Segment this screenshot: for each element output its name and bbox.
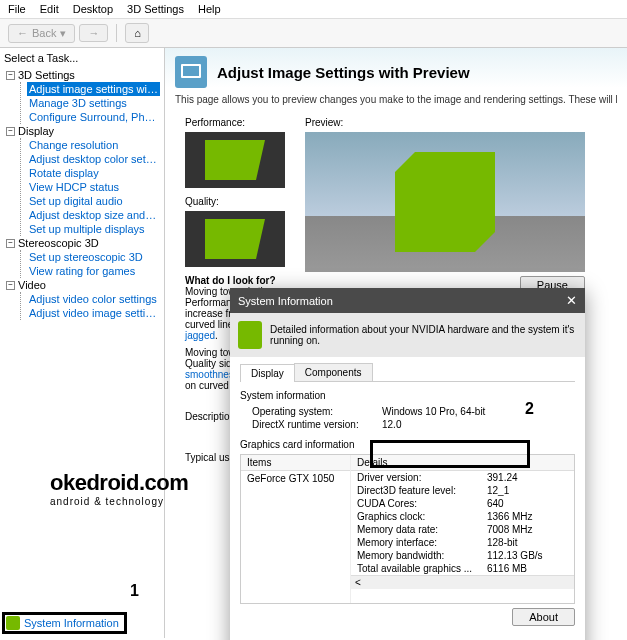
collapse-icon[interactable]: − bbox=[6, 127, 15, 136]
tree-item[interactable]: Adjust video color settings bbox=[27, 292, 160, 306]
detail-val: 6116 MB bbox=[487, 563, 527, 574]
page-description: This page allows you to preview changes … bbox=[175, 94, 617, 105]
gpu-name[interactable]: GeForce GTX 1050 bbox=[241, 471, 350, 486]
nvidia-icon bbox=[6, 616, 20, 630]
tree-item[interactable]: Adjust video image settings bbox=[27, 306, 160, 320]
sidebar: Select a Task... − 3D SettingsAdjust ima… bbox=[0, 48, 165, 638]
dialog-banner-text: Detailed information about your NVIDIA h… bbox=[270, 324, 577, 346]
menu-help[interactable]: Help bbox=[198, 3, 221, 15]
tree-item[interactable]: Change resolution bbox=[27, 138, 160, 152]
menu-desktop[interactable]: Desktop bbox=[73, 3, 113, 15]
collapse-icon[interactable]: − bbox=[6, 281, 15, 290]
menu-3d[interactable]: 3D Settings bbox=[127, 3, 184, 15]
tree-group-video[interactable]: − Video bbox=[6, 278, 160, 292]
tree-item[interactable]: View rating for games bbox=[27, 264, 160, 278]
kv-key: Operating system: bbox=[252, 406, 382, 417]
tree-item[interactable]: Set up digital audio bbox=[27, 194, 160, 208]
detail-key: Total available graphics ... bbox=[357, 563, 487, 574]
menu-edit[interactable]: Edit bbox=[40, 3, 59, 15]
chevron-down-icon: ▾ bbox=[60, 27, 66, 40]
home-icon: ⌂ bbox=[134, 27, 141, 39]
tree-group-stereoscopic-3d[interactable]: − Stereoscopic 3D bbox=[6, 236, 160, 250]
tree-item[interactable]: Adjust desktop color settings bbox=[27, 152, 160, 166]
detail-key: Graphics clock: bbox=[357, 511, 487, 522]
arrow-right-icon: → bbox=[88, 27, 99, 39]
nvidia-logo-3d bbox=[395, 152, 495, 252]
tree-item[interactable]: Adjust image settings with preview bbox=[27, 82, 160, 96]
system-information-link[interactable]: System Information bbox=[6, 616, 119, 630]
toolbar: ← Back ▾ → ⌂ bbox=[0, 19, 627, 48]
dialog-titlebar[interactable]: System Information ✕ bbox=[230, 288, 585, 313]
quality-thumb[interactable] bbox=[185, 211, 285, 267]
page-title: Adjust Image Settings with Preview bbox=[217, 64, 470, 81]
detail-val: 128-bit bbox=[487, 537, 518, 548]
tree-group-display[interactable]: − Display bbox=[6, 124, 160, 138]
tree-item[interactable]: Set up stereoscopic 3D bbox=[27, 250, 160, 264]
gfx-info-title: Graphics card information bbox=[240, 439, 575, 450]
kv-key: DirectX runtime version: bbox=[252, 419, 382, 430]
performance-thumb[interactable] bbox=[185, 132, 285, 188]
tab-display[interactable]: Display bbox=[240, 364, 295, 382]
tree-item[interactable]: Adjust desktop size and position bbox=[27, 208, 160, 222]
kv-val: Windows 10 Pro, 64-bit bbox=[382, 406, 485, 417]
kv-val: 12.0 bbox=[382, 419, 401, 430]
page-icon bbox=[175, 56, 207, 88]
items-header: Items bbox=[241, 455, 350, 471]
tab-components[interactable]: Components bbox=[294, 363, 373, 381]
tree-item[interactable]: Configure Surround, PhysX bbox=[27, 110, 160, 124]
detail-val: 7008 MHz bbox=[487, 524, 533, 535]
detail-key: Memory bandwidth: bbox=[357, 550, 487, 561]
watermark: okedroid.com android & technology bbox=[50, 470, 188, 507]
forward-button[interactable]: → bbox=[79, 24, 108, 42]
detail-key: Driver version: bbox=[357, 472, 487, 483]
tree-item[interactable]: Manage 3D settings bbox=[27, 96, 160, 110]
collapse-icon[interactable]: − bbox=[6, 71, 15, 80]
preview-label: Preview: bbox=[305, 117, 585, 128]
detail-val: 640 bbox=[487, 498, 504, 509]
nvidia-icon bbox=[238, 321, 262, 349]
svg-rect-1 bbox=[183, 66, 199, 76]
tree-item[interactable]: Rotate display bbox=[27, 166, 160, 180]
detail-val: 12_1 bbox=[487, 485, 509, 496]
detail-val: 1366 MHz bbox=[487, 511, 533, 522]
arrow-left-icon: ← bbox=[17, 27, 28, 39]
preview-3d bbox=[305, 132, 585, 272]
detail-key: Direct3D feature level: bbox=[357, 485, 487, 496]
detail-key: Memory interface: bbox=[357, 537, 487, 548]
annotation-num-2: 2 bbox=[525, 400, 534, 418]
task-label: Select a Task... bbox=[4, 52, 160, 64]
close-icon[interactable]: ✕ bbox=[566, 293, 577, 308]
tree-item[interactable]: Set up multiple displays bbox=[27, 222, 160, 236]
detail-key: Memory data rate: bbox=[357, 524, 487, 535]
quality-label: Quality: bbox=[185, 196, 295, 207]
what-title: What do I look for? bbox=[185, 275, 276, 286]
annotation-num-1: 1 bbox=[130, 582, 139, 600]
home-button[interactable]: ⌂ bbox=[125, 23, 149, 43]
collapse-icon[interactable]: − bbox=[6, 239, 15, 248]
system-information-dialog: System Information ✕ Detailed informatio… bbox=[230, 288, 585, 640]
performance-label: Performance: bbox=[185, 117, 295, 128]
detail-val: 391.24 bbox=[487, 472, 518, 483]
scrollbar-horizontal[interactable]: < bbox=[351, 575, 574, 589]
details-header: Details bbox=[351, 455, 574, 471]
menu-file[interactable]: File bbox=[8, 3, 26, 15]
back-button[interactable]: ← Back ▾ bbox=[8, 24, 75, 43]
tree-group-3d-settings[interactable]: − 3D Settings bbox=[6, 68, 160, 82]
about-button[interactable]: About bbox=[512, 608, 575, 626]
detail-key: CUDA Cores: bbox=[357, 498, 487, 509]
menubar: File Edit Desktop 3D Settings Help bbox=[0, 0, 627, 19]
tree-item[interactable]: View HDCP status bbox=[27, 180, 160, 194]
detail-val: 112.13 GB/s bbox=[487, 550, 543, 561]
